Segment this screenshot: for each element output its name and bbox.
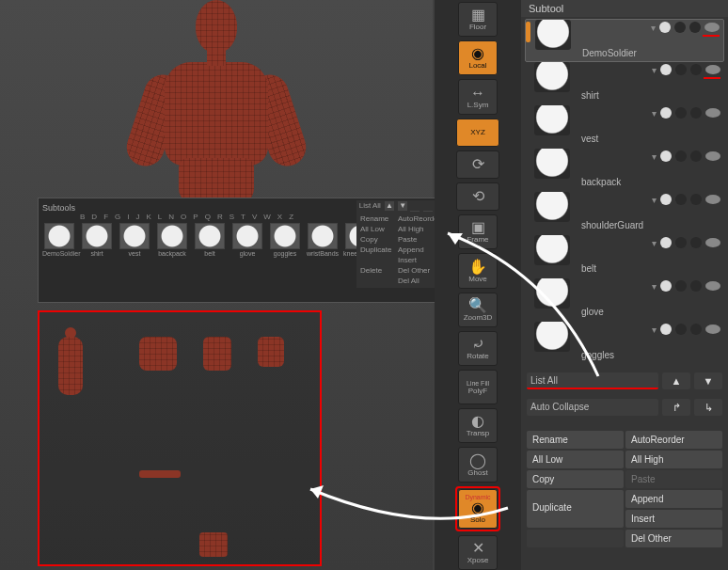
zoom3d-button[interactable]: 🔍Zoom3D [458,293,498,327]
popup-item-shirt[interactable]: shirt [80,223,114,257]
panel-title[interactable]: Subtool [521,0,728,17]
subtool-label: shoulderGuard [581,220,643,230]
ghost-button[interactable]: ◯Ghost [458,447,498,482]
part-shirt [139,337,177,371]
visibility-toggles[interactable]: ▾ [652,237,720,248]
subtool-label: DemoSoldier [582,48,637,58]
solo-icon: ◉ [471,500,484,515]
part-boots [199,532,228,557]
part-backpack [258,337,284,367]
visibility-toggles[interactable]: ▾ [652,107,720,119]
eye-icon [705,238,720,247]
part-vest [203,337,231,371]
visibility-toggles[interactable]: ▾ [651,22,720,33]
cycle-button[interactable]: ⟲ [456,182,499,211]
popup-list-all[interactable]: List All [359,201,381,210]
subtool-label: goggles [581,350,614,360]
paste-button: Paste [625,470,722,488]
popup-item-wristBands[interactable]: wristBands [306,223,340,257]
arrow-2-button[interactable]: ↳ [694,399,722,416]
subtool-label: backpack [581,177,621,187]
visibility-toggles[interactable]: ▾ [652,64,720,75]
subtool-thumb [534,322,570,352]
popup-item-vest[interactable]: vest [118,223,151,257]
floor-button[interactable]: ▦Floor [458,2,498,37]
subtool-row-glove[interactable]: ▾ glove [525,278,724,322]
visibility-toggles[interactable]: ▾ [652,324,720,335]
eye-icon [705,65,720,74]
zoom-icon: 🔍 [468,298,487,313]
subtool-thumb [534,149,570,179]
popup-item-glove[interactable]: glove [230,223,264,257]
subtool-panel: Subtool ▾ DemoSoldier ▾ shirt ▾ vest ▾ [521,0,728,570]
subtool-thumb [534,62,570,92]
copy-button[interactable]: Copy [527,470,624,488]
rotate-icon: ⤾ [472,337,484,352]
subtool-row-shoulderGuard[interactable]: ▾ shoulderGuard [525,192,724,235]
part-body [58,337,83,395]
auto-collapse-button[interactable]: Auto Collapse [527,399,658,416]
transp-button[interactable]: ◐Transp [458,408,498,443]
all-low-button[interactable]: All Low [527,451,624,468]
grid-icon: ▦ [471,8,485,23]
sym-icon: ↔ [470,86,485,101]
del-other-button[interactable]: Del Other [625,530,722,547]
eye-icon [705,108,720,118]
xpose-icon: ✕ [472,541,484,556]
eye-icon [705,151,720,161]
frame-button[interactable]: ▣Frame [458,214,498,249]
move-down-button[interactable]: ▼ [694,372,722,389]
xpose-button[interactable]: ✕Xpose [458,535,498,570]
refresh-icon: ⟳ [472,157,484,172]
part-belt [139,470,181,478]
cycle-icon: ⟲ [472,189,484,204]
subtool-popup: Subtools BDFGIJKLNOPQRSTVWXZ DemoSoldier… [38,198,438,303]
subtool-row-belt[interactable]: ▾ belt [525,235,724,278]
duplicate-button[interactable]: Duplicate [527,490,624,528]
visibility-toggles[interactable]: ▾ [652,150,720,162]
ghost-icon: ◯ [469,453,486,468]
arrow-down-icon[interactable]: ▼ [398,201,407,211]
subtool-thumb [535,20,571,50]
lsym-button[interactable]: ↔L.Sym [458,79,498,114]
subtool-thumb [534,105,570,135]
insert-button[interactable]: Insert [625,510,722,528]
visibility-toggles[interactable]: ▾ [652,280,720,292]
subtool-row-goggles[interactable]: ▾ goggles [525,322,724,365]
subtool-row-backpack[interactable]: ▾ backpack [525,149,724,192]
popup-item-backpack[interactable]: backpack [155,223,189,257]
rename-button[interactable]: Rename [527,431,624,449]
refresh-button[interactable]: ⟳ [456,150,499,179]
autoreorder-button[interactable]: AutoReorder [625,431,722,449]
eye-icon [705,325,720,334]
right-toolbar: ▦Floor ◉Local ↔L.Sym XYZ ⟳ ⟲ ▣Frame ✋Mov… [435,0,521,570]
solo-button[interactable]: Dynamic◉Solo [458,489,498,529]
rotate-button[interactable]: ⤾Rotate [458,331,498,366]
subtool-label: vest [581,134,598,144]
move-button[interactable]: ✋Move [458,253,498,288]
xyz-button[interactable]: XYZ [456,119,499,147]
append-button[interactable]: Append [625,490,722,508]
subtool-row-DemoSoldier[interactable]: ▾ DemoSoldier [525,19,724,62]
exploded-preview [38,310,322,566]
transp-icon: ◐ [471,414,484,429]
subtool-label: belt [581,263,596,274]
all-high-button[interactable]: All High [625,451,722,468]
subtool-row-vest[interactable]: ▾ vest [525,105,724,149]
frame-icon: ▣ [471,220,485,235]
list-all-button[interactable]: List All [527,372,658,389]
popup-item-belt[interactable]: belt [193,223,227,257]
eye-icon [705,195,720,204]
popup-item-goggles[interactable]: goggles [268,223,302,257]
visibility-toggles[interactable]: ▾ [652,194,720,205]
move-up-button[interactable]: ▲ [662,372,690,389]
arrow-up-icon[interactable]: ▲ [385,201,394,211]
popup-item-DemoSoldier[interactable]: DemoSoldier [42,223,76,257]
eye-icon [705,281,720,291]
subtool-row-shirt[interactable]: ▾ shirt [525,62,724,105]
arrow-1-button[interactable]: ↱ [662,399,690,416]
local-button[interactable]: ◉Local [458,40,498,75]
subtool-thumb [534,192,570,222]
polyf-button[interactable]: Line FillPolyF [458,370,498,404]
eye-icon [704,23,720,32]
